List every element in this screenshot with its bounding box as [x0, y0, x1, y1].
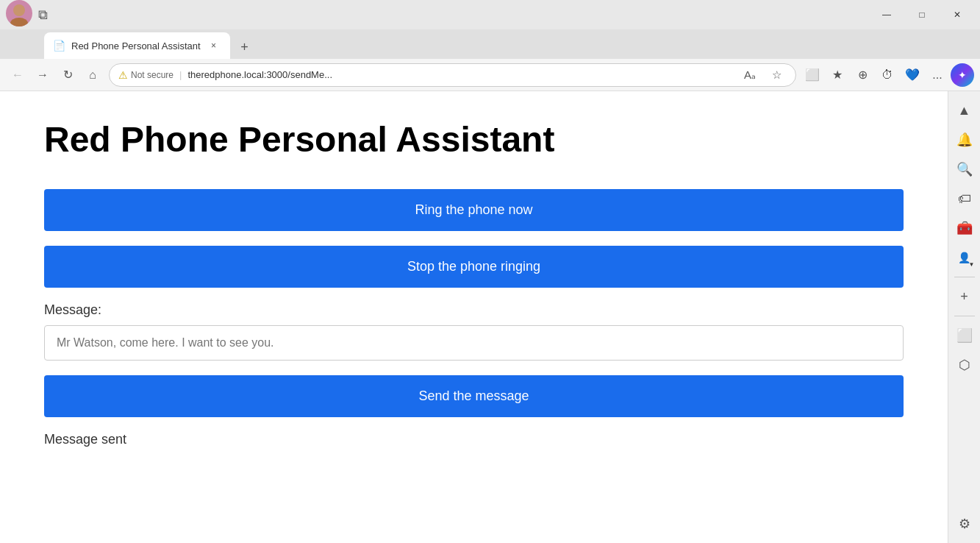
- home-button[interactable]: ⌂: [81, 63, 104, 87]
- address-url: theredphone.local:3000/sendMe...: [187, 69, 332, 80]
- page-title: Red Phone Personal Assistant: [44, 121, 904, 160]
- send-message-button[interactable]: Send the message: [44, 375, 904, 417]
- ring-phone-button[interactable]: Ring the phone now: [44, 189, 904, 231]
- not-secure-label: Not secure: [131, 70, 174, 80]
- page-content: Red Phone Personal Assistant Ring the ph…: [0, 91, 948, 543]
- new-tab-button[interactable]: +: [233, 35, 257, 59]
- sidebar-settings-button[interactable]: ⚙: [951, 511, 978, 537]
- right-sidebar: ▲ 🔔 🔍 🏷 🧰 👤 ▼ + ⬜ ⬡ ⚙: [948, 91, 980, 543]
- more-button[interactable]: ...: [926, 63, 949, 87]
- stop-ringing-button[interactable]: Stop the phone ringing: [44, 246, 904, 288]
- tab-page-icon: 📄: [53, 40, 65, 52]
- user-avatar[interactable]: [6, 0, 32, 26]
- svg-point-0: [13, 4, 25, 16]
- sidebar-add-button[interactable]: +: [951, 283, 978, 310]
- sidebar-external-button[interactable]: ⬡: [951, 352, 978, 378]
- sidebar-search-button[interactable]: 🔍: [951, 156, 978, 182]
- title-bar: ⧉ — □ ✕: [0, 0, 980, 29]
- status-text: Message sent: [44, 432, 904, 447]
- browser-tabs-icon[interactable]: ⧉: [38, 7, 48, 23]
- history-button[interactable]: ⏱: [876, 63, 899, 87]
- close-tab-button[interactable]: ×: [207, 38, 221, 53]
- svg-point-1: [10, 18, 28, 26]
- favorites-button[interactable]: ★: [826, 63, 849, 87]
- address-bar[interactable]: ⚠ Not secure | theredphone.local:3000/se…: [109, 63, 796, 87]
- message-input[interactable]: [44, 325, 904, 361]
- close-window-button[interactable]: ✕: [940, 3, 974, 26]
- security-warning: ⚠ Not secure: [118, 69, 174, 81]
- warning-icon: ⚠: [118, 69, 128, 81]
- active-tab[interactable]: 📄 Red Phone Personal Assistant ×: [44, 32, 230, 59]
- back-button[interactable]: ←: [6, 63, 29, 87]
- split-screen-button[interactable]: ⬜: [801, 63, 824, 87]
- bookmark-button[interactable]: ☆: [766, 65, 787, 85]
- maximize-button[interactable]: □: [905, 3, 939, 26]
- browser-essentials-button[interactable]: 💙: [901, 63, 924, 87]
- sidebar-tag-button[interactable]: 🏷: [951, 185, 978, 212]
- nav-bar: ← → ↻ ⌂ ⚠ Not secure | theredphone.local…: [0, 59, 980, 91]
- copilot-button[interactable]: ✦: [951, 63, 974, 87]
- sidebar-divider-2: [954, 316, 975, 316]
- toolbar-right: ⬜ ★ ⊕ ⏱ 💙 ... ✦: [801, 63, 974, 87]
- tab-bar: 📄 Red Phone Personal Assistant × +: [0, 29, 980, 59]
- collections-button[interactable]: ⊕: [851, 63, 874, 87]
- sidebar-bell-button[interactable]: 🔔: [951, 127, 978, 153]
- tab-title: Red Phone Personal Assistant: [71, 40, 201, 52]
- forward-button[interactable]: →: [31, 63, 54, 87]
- read-aloud-button[interactable]: Aₐ: [740, 65, 760, 85]
- refresh-button[interactable]: ↻: [56, 63, 79, 87]
- sidebar-scroll-up[interactable]: ▲: [951, 97, 978, 124]
- window-controls: — □ ✕: [870, 3, 974, 26]
- browser-body: Red Phone Personal Assistant Ring the ph…: [0, 91, 980, 543]
- minimize-button[interactable]: —: [870, 3, 904, 26]
- sidebar-toolbox-button[interactable]: 🧰: [951, 215, 978, 241]
- sidebar-layout-button[interactable]: ⬜: [951, 322, 978, 349]
- address-separator: |: [179, 69, 182, 80]
- sidebar-divider: [954, 277, 975, 277]
- message-label: Message:: [44, 302, 904, 318]
